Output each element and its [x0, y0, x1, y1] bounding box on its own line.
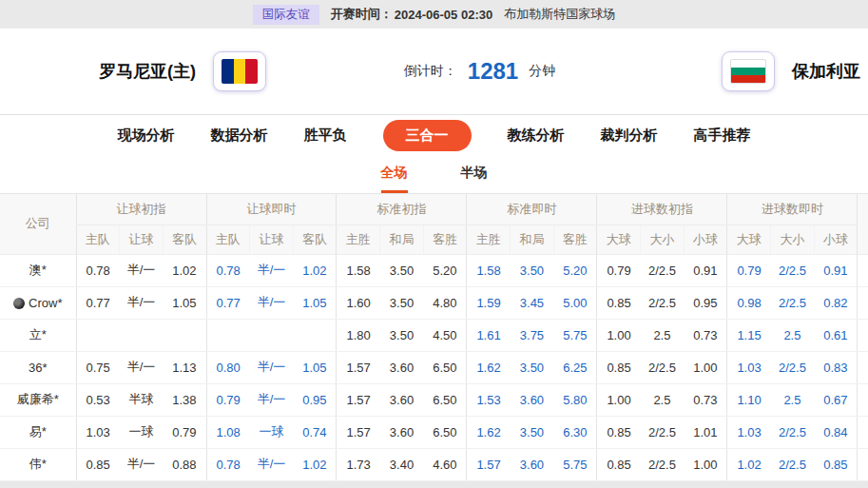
- odds-cell: 半/一: [250, 351, 294, 383]
- odds-cell: 1.53: [467, 383, 511, 416]
- league-badge: 国际友谊: [253, 5, 319, 25]
- company-name[interactable]: 伟*: [0, 448, 76, 480]
- odds-cell: 3.50: [380, 319, 424, 351]
- odds-cell: 1.10: [727, 383, 771, 416]
- clipped-cell: [858, 383, 868, 416]
- odds-cell: 3.60: [380, 416, 424, 448]
- odds-cell: 0.85: [76, 448, 120, 480]
- odds-cell: 0.85: [597, 416, 641, 448]
- odds-cell: [250, 319, 294, 351]
- home-team-flag: [213, 51, 266, 91]
- odds-cell: 0.75: [76, 351, 120, 383]
- odds-cell: 0.77: [76, 286, 120, 319]
- nav-tab-6[interactable]: 裁判分析: [601, 127, 658, 145]
- odds-cell: 5.00: [553, 286, 597, 319]
- col-group-europe-initial: 标准初指: [337, 194, 467, 224]
- odds-cell: 1.00: [684, 448, 727, 480]
- odds-cell: 1.00: [597, 319, 641, 351]
- odds-cell: 3.60: [511, 448, 554, 480]
- company-name[interactable]: 立*: [0, 319, 76, 351]
- odds-cell: 1.05: [293, 351, 337, 383]
- odds-cell: 0.61: [814, 319, 858, 351]
- nav-tab-3[interactable]: 胜平负: [304, 127, 347, 145]
- odds-cell: 半/一: [120, 286, 164, 319]
- col-goals-initial-3: 小球: [684, 224, 727, 254]
- sub-tab-2[interactable]: 半场: [461, 156, 488, 193]
- odds-cell: 2.5: [641, 383, 685, 416]
- header-group-row: 公司 让球初指让球即时标准初指标准即时进球数初指进球数即时: [0, 194, 868, 224]
- odds-cell: 1.62: [467, 351, 511, 383]
- odds-cell: 0.85: [597, 448, 641, 480]
- odds-cell: 1.00: [684, 351, 727, 383]
- odds-cell: 1.05: [293, 286, 337, 319]
- odds-cell: 3.60: [380, 351, 424, 383]
- odds-cell: 3.50: [511, 254, 554, 286]
- odds-cell: 0.91: [814, 254, 858, 286]
- nav-tab-2[interactable]: 数据分析: [211, 127, 268, 145]
- odds-cell: 1.57: [467, 448, 511, 480]
- sub-tab-1[interactable]: 全场: [381, 156, 408, 193]
- odds-cell: 1.57: [337, 416, 380, 448]
- odds-cell: 0.79: [206, 383, 250, 416]
- col-goals-initial-2: 大小: [641, 224, 685, 254]
- odds-cell: 3.60: [511, 383, 554, 416]
- odds-cell: [120, 319, 164, 351]
- odds-cell: 3.50: [380, 286, 424, 319]
- table-row: 易*1.03一球0.791.08一球0.741.573.606.501.623.…: [0, 416, 868, 448]
- odds-cell: 2/2.5: [771, 286, 815, 319]
- col-group-goals-initial: 进球数初指: [597, 194, 727, 224]
- kickoff-time: 2024-06-05 02:30: [395, 8, 492, 22]
- col-group-handicap-live: 让球即时: [206, 194, 337, 224]
- col-europe-initial-3: 客胜: [423, 224, 467, 254]
- odds-cell: 3.40: [380, 448, 424, 480]
- odds-cell: 1.03: [727, 416, 771, 448]
- odds-cell: 1.15: [727, 319, 771, 351]
- col-group-goals-live: 进球数即时: [727, 194, 858, 224]
- odds-cell: 5.80: [553, 383, 597, 416]
- company-name[interactable]: 威廉希*: [0, 383, 76, 416]
- romania-flag-icon: [222, 59, 258, 84]
- odds-cell: 0.79: [597, 254, 641, 286]
- odds-cell: 1.62: [467, 416, 511, 448]
- odds-cell: 1.13: [163, 351, 206, 383]
- odds-cell: 2/2.5: [641, 448, 685, 480]
- table-row: 立*1.803.504.501.613.755.751.002.50.731.1…: [0, 319, 868, 351]
- odds-cell: 1.57: [337, 351, 380, 383]
- table-row: Crow*0.77半/一1.050.77半/一1.051.603.504.801…: [0, 286, 868, 319]
- away-team-block: 保加利亚: [555, 51, 868, 91]
- odds-cell: 0.88: [163, 448, 206, 480]
- nav-tab-1[interactable]: 现场分析: [118, 127, 175, 145]
- countdown-label: 倒计时：: [404, 63, 457, 80]
- company-name[interactable]: 36*: [0, 351, 76, 383]
- company-name[interactable]: 澳*: [0, 254, 76, 286]
- table-row: 威廉希*0.53半球1.380.79半/一0.951.573.606.501.5…: [0, 383, 868, 416]
- company-name[interactable]: 易*: [0, 416, 76, 448]
- odds-cell: 6.50: [423, 416, 467, 448]
- odds-cell: 1.73: [337, 448, 380, 480]
- odds-cell: 0.53: [76, 383, 120, 416]
- odds-cell: 半/一: [250, 448, 294, 480]
- col-europe-initial-1: 主胜: [337, 224, 380, 254]
- col-handicap-initial-1: 主队: [76, 224, 120, 254]
- odds-cell: 1.59: [467, 286, 511, 319]
- col-handicap-initial-3: 客队: [163, 224, 206, 254]
- odds-cell: 1.00: [597, 383, 641, 416]
- odds-cell: 1.58: [467, 254, 511, 286]
- col-europe-live-2: 和局: [511, 224, 554, 254]
- odds-cell: 1.58: [337, 254, 380, 286]
- nav-tab-4[interactable]: 三合一: [383, 120, 472, 151]
- nav-tab-7[interactable]: 高手推荐: [694, 127, 751, 145]
- soccer-ball-icon: [13, 298, 25, 309]
- odds-cell: 0.91: [684, 254, 727, 286]
- odds-cell: 3.50: [511, 416, 554, 448]
- company-name[interactable]: Crow*: [0, 286, 76, 319]
- odds-cell: [206, 319, 250, 351]
- company-column-header: 公司: [0, 194, 76, 254]
- home-team-name: 罗马尼亚(主): [99, 60, 196, 83]
- odds-cell: 3.60: [380, 383, 424, 416]
- nav-tab-5[interactable]: 教练分析: [508, 127, 565, 145]
- odds-cell: 1.03: [727, 351, 771, 383]
- odds-cell: 6.30: [553, 416, 597, 448]
- odds-cell: 1.38: [163, 383, 206, 416]
- odds-cell: 6.25: [553, 351, 597, 383]
